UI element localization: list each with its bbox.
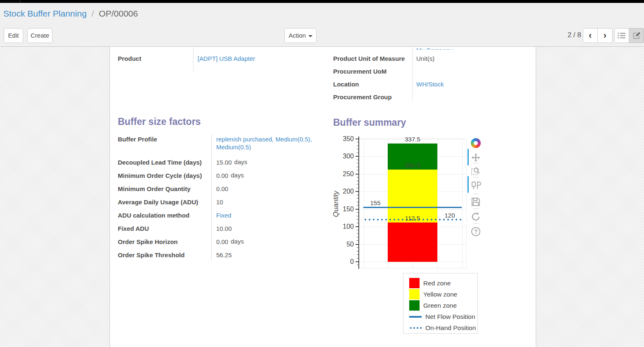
breadcrumb: Stock Buffer Planning / OP/00006 [3, 9, 138, 19]
modebar-separator [473, 223, 479, 224]
y-tick-minor [357, 181, 359, 181]
hover-compare-icon-button[interactable] [470, 179, 482, 191]
section-title-buffer-size-factors: Buffer size factors [118, 116, 201, 127]
y-tick-major [355, 261, 359, 262]
y-tick-minor [357, 223, 359, 223]
form-view-button[interactable] [629, 28, 644, 43]
y-tick-major [355, 191, 359, 192]
on-hand-dotted-swatch [409, 327, 422, 329]
legend-label: Yellow zone [423, 291, 457, 298]
field-label: Product [118, 55, 193, 62]
warehouse-link[interactable]: My Company [416, 47, 453, 50]
pager: ‹ › [583, 28, 613, 43]
legend-item[interactable]: Net Flow Position [409, 311, 477, 322]
y-tick-label: 200 [340, 188, 354, 195]
green-zone-swatch [409, 300, 420, 311]
pan-icon-button[interactable] [470, 152, 482, 164]
field-value-link[interactable]: [ADPT] USB Adapter [193, 55, 255, 62]
y-tick-major [355, 209, 359, 210]
legend-item[interactable]: On-Hand Position [409, 322, 477, 333]
field-label: Location [333, 80, 412, 88]
chart-legend: Red zoneYellow zoneGreen zoneNet Flow Po… [403, 273, 478, 334]
field-row: Buffer Profilereplenish purchased, Mediu… [118, 135, 325, 158]
top-navbar [0, 0, 644, 3]
modebar-separator [473, 177, 479, 177]
y-tick-minor [357, 170, 359, 170]
chevron-right-icon: › [603, 29, 606, 42]
pager-previous-button[interactable]: ‹ [583, 28, 598, 43]
y-tick-major [355, 139, 359, 139]
y-tick-minor [357, 167, 359, 167]
box-zoom-icon-button[interactable] [470, 165, 482, 177]
pager-next-button[interactable]: › [598, 28, 613, 43]
action-dropdown-button[interactable]: Action [284, 28, 317, 43]
y-tick-minor [357, 184, 359, 184]
y-tick-minor [357, 146, 359, 146]
breadcrumb-parent-link[interactable]: Stock Buffer Planning [3, 9, 87, 18]
y-tick-major [355, 226, 359, 227]
breadcrumb-separator: / [89, 9, 96, 18]
y-tick-minor [357, 149, 359, 149]
control-panel: Stock Buffer Planning / OP/00006 Edit Cr… [0, 3, 644, 47]
reset-axes-icon-button[interactable] [470, 211, 482, 223]
y-tick-label: 50 [340, 241, 354, 248]
plotly-logo-icon [471, 138, 481, 148]
create-button[interactable]: Create [27, 28, 52, 43]
modebar-active-indicator [467, 176, 469, 193]
modebar-separator [473, 194, 479, 194]
legend-item[interactable]: Yellow zone [409, 289, 477, 300]
field-row: Procurement UoM [333, 67, 536, 80]
edit-button[interactable]: Edit [4, 28, 23, 43]
modebar-separator [473, 163, 479, 163]
field-label: Average Daily Usage (ADU) [118, 198, 211, 206]
field-value: 56.25 [211, 251, 232, 259]
caret-down-icon [308, 35, 312, 37]
pager-counter: 2 / 8 [559, 31, 581, 39]
y-tick-minor [357, 142, 359, 142]
field-value-link[interactable]: WH/Stock [412, 80, 444, 88]
field-value: Unit(s) [412, 55, 434, 62]
chart-modebar: ? [467, 136, 484, 243]
legend-label: On-Hand Position [425, 324, 476, 332]
y-tick-minor [357, 230, 359, 230]
help-icon-button[interactable]: ? [470, 226, 482, 237]
y-tick-minor [357, 153, 359, 153]
field-value-link[interactable]: replenish purchased, Medium(0.5), Medium… [211, 135, 321, 151]
list-view-button[interactable] [614, 28, 629, 43]
plot-frame-bottom [359, 268, 466, 268]
legend-item[interactable]: Red zone [409, 278, 477, 289]
form-view-background: My Company Product[ADPT] USB Adapter Pro… [0, 47, 644, 347]
red-zone-swatch [409, 278, 420, 288]
field-row: Product[ADPT] USB Adapter [118, 55, 324, 67]
plotly-logo-icon-button[interactable] [470, 137, 482, 149]
field-label: Product Unit of Measure [333, 55, 412, 62]
field-row: Order Spike Threshold56.25 [118, 251, 325, 264]
y-tick-minor [357, 265, 359, 265]
legend-label: Net Flow Position [425, 313, 475, 321]
modebar-separator [473, 208, 479, 209]
field-group-logistics: Product Unit of MeasureUnit(s)Procuremen… [333, 55, 536, 106]
y-tick-minor [357, 237, 359, 237]
y-tick-minor [357, 160, 359, 160]
chart-y-axis-label: Quantity [332, 173, 340, 235]
chart-annotation: 120 [444, 212, 455, 219]
field-value: 15.00 [211, 158, 232, 166]
chart-annotation: 337.5 [405, 136, 420, 143]
save-icon-button[interactable] [470, 196, 482, 208]
field-label: Order Spike Threshold [118, 251, 211, 259]
y-tick-label: 100 [340, 223, 354, 230]
y-tick-minor [357, 188, 359, 188]
form-sheet: My Company Product[ADPT] USB Adapter Pro… [110, 47, 536, 347]
field-value-link[interactable]: Fixed [211, 211, 231, 219]
y-tick-minor [357, 240, 359, 241]
plot-frame-right [466, 139, 467, 268]
field-label: Procurement UoM [333, 67, 412, 75]
y-tick-label: 350 [340, 136, 354, 142]
field-value: 0.00 [211, 238, 228, 246]
field-label: Order Spike Horizon [118, 238, 211, 246]
field-label: Fixed ADU [118, 225, 211, 232]
net-flow-line-swatch [409, 316, 422, 318]
legend-item[interactable]: Green zone [409, 300, 477, 311]
field-group-product: Product[ADPT] USB Adapter [118, 55, 324, 67]
field-label: Buffer Profile [118, 135, 211, 143]
